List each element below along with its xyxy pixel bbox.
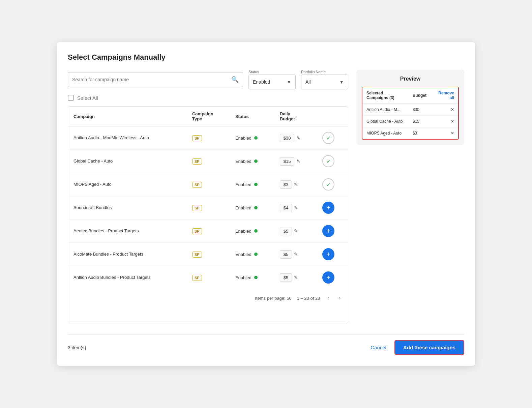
- campaign-type: SP: [187, 150, 230, 173]
- type-badge: SP: [192, 135, 202, 141]
- campaign-action[interactable]: ✓: [317, 173, 348, 196]
- campaign-budget: $3 ✎: [274, 173, 317, 196]
- filters-row: 🔍 Status Enabled ▼ Portfolio Name All ▼: [68, 70, 348, 89]
- status-text: Enabled: [235, 159, 252, 164]
- preview-table: Selected Campaigns (3) Budget Remove all…: [362, 87, 458, 139]
- preview-table-wrapper: Selected Campaigns (3) Budget Remove all…: [362, 87, 459, 140]
- portfolio-filter-arrow: ▼: [339, 79, 344, 85]
- remove-campaign-button[interactable]: ✕: [431, 127, 458, 139]
- remove-all-button[interactable]: Remove all: [431, 87, 458, 104]
- status-dot: [254, 183, 258, 186]
- status-filter-dropdown[interactable]: Enabled ▼: [248, 75, 296, 89]
- status-text: Enabled: [235, 205, 252, 210]
- status-dot: [254, 136, 258, 140]
- cancel-button[interactable]: Cancel: [371, 345, 386, 350]
- remove-campaign-button[interactable]: ✕: [431, 116, 458, 127]
- preview-budget: $15: [409, 116, 431, 127]
- campaign-status: Enabled: [230, 243, 274, 266]
- next-page-button[interactable]: ›: [337, 294, 343, 302]
- add-campaign-button[interactable]: +: [322, 248, 334, 260]
- table-row: AlcoMate Bundles - Product Targets SP En…: [68, 243, 348, 266]
- deselect-campaign-button[interactable]: ✓: [322, 132, 334, 144]
- portfolio-filter-value: All: [305, 79, 311, 85]
- table-row: Aeotec Bundles - Product Targets SP Enab…: [68, 220, 348, 243]
- portfolio-filter-dropdown[interactable]: All ▼: [301, 75, 348, 89]
- campaign-type: SP: [187, 266, 230, 289]
- remove-campaign-button[interactable]: ✕: [431, 104, 458, 116]
- main-content: 🔍 Status Enabled ▼ Portfolio Name All ▼: [68, 70, 464, 323]
- deselect-campaign-button[interactable]: ✓: [322, 155, 334, 167]
- campaign-type: SP: [187, 196, 230, 220]
- table-row: Antlion Audio Bundles - Product Targets …: [68, 266, 348, 289]
- campaign-status: Enabled: [230, 150, 274, 173]
- campaign-action[interactable]: +: [317, 243, 348, 266]
- items-per-page: Items per page: 50: [255, 296, 291, 301]
- campaign-status: Enabled: [230, 196, 274, 220]
- deselect-campaign-button[interactable]: ✓: [322, 178, 334, 191]
- type-badge: SP: [192, 182, 202, 188]
- items-count: 3 item(s): [68, 345, 86, 350]
- campaign-status: Enabled: [230, 220, 274, 243]
- campaign-type: SP: [187, 243, 230, 266]
- budget-value: $30: [280, 134, 295, 142]
- preview-box: Preview Selected Campaigns (3) Budget Re…: [356, 70, 464, 145]
- status-dot: [254, 253, 258, 256]
- budget-value: $15: [280, 157, 295, 166]
- add-campaign-button[interactable]: +: [322, 271, 334, 284]
- preview-col-selected: Selected Campaigns (3): [362, 87, 409, 104]
- portfolio-filter-label: Portfolio Name: [301, 70, 348, 74]
- search-input[interactable]: [72, 77, 231, 82]
- table-row: Antlion Audio - ModMic Wireless - Auto S…: [68, 126, 348, 150]
- table-row: Soundcraft Bundles SP Enabled $4 ✎ +: [68, 196, 348, 220]
- campaign-action[interactable]: +: [317, 196, 348, 220]
- add-campaigns-button[interactable]: Add these campaigns: [394, 340, 464, 355]
- type-badge: SP: [192, 275, 202, 281]
- preview-col-budget: Budget: [409, 87, 431, 104]
- table-row: Global Cache - Auto SP Enabled $15 ✎ ✓: [68, 150, 348, 173]
- campaign-action[interactable]: +: [317, 266, 348, 289]
- page-range: 1 – 23 of 23: [297, 296, 320, 301]
- status-filter-label: Status: [248, 70, 296, 74]
- type-badge: SP: [192, 205, 202, 211]
- status-dot: [254, 206, 258, 209]
- campaign-action[interactable]: ✓: [317, 150, 348, 173]
- campaign-budget: $4 ✎: [274, 196, 317, 220]
- campaign-budget: $15 ✎: [274, 150, 317, 173]
- budget-value: $4: [280, 204, 292, 212]
- table-row: MIOPS Aged - Auto SP Enabled $3 ✎ ✓: [68, 173, 348, 196]
- campaign-name: Global Cache - Auto: [68, 150, 187, 173]
- preview-campaign-name: Global Cache - Auto: [362, 116, 409, 127]
- edit-budget-icon[interactable]: ✎: [294, 205, 298, 210]
- campaign-status: Enabled: [230, 126, 274, 150]
- edit-budget-icon[interactable]: ✎: [296, 135, 300, 141]
- add-campaign-button[interactable]: +: [322, 225, 334, 237]
- type-badge: SP: [192, 228, 202, 234]
- add-campaign-button[interactable]: +: [322, 202, 334, 214]
- col-type: CampaignType: [187, 107, 230, 126]
- edit-budget-icon[interactable]: ✎: [294, 275, 298, 280]
- status-text: Enabled: [235, 275, 252, 280]
- status-dot: [254, 276, 258, 279]
- edit-budget-icon[interactable]: ✎: [296, 158, 300, 164]
- prev-page-button[interactable]: ‹: [325, 294, 331, 302]
- right-panel: Preview Selected Campaigns (3) Budget Re…: [356, 70, 464, 323]
- edit-budget-icon[interactable]: ✎: [294, 228, 298, 234]
- select-all-checkbox[interactable]: [68, 95, 74, 101]
- preview-budget: $3: [409, 127, 431, 139]
- campaign-action[interactable]: +: [317, 220, 348, 243]
- edit-budget-icon[interactable]: ✎: [294, 252, 298, 257]
- type-badge: SP: [192, 158, 202, 165]
- campaign-name: MIOPS Aged - Auto: [68, 173, 187, 196]
- col-status: Status: [230, 107, 274, 126]
- campaign-status: Enabled: [230, 266, 274, 289]
- footer-actions: Cancel Add these campaigns: [371, 340, 464, 355]
- select-all-label: Select All: [77, 95, 98, 101]
- campaign-budget: $30 ✎: [274, 126, 317, 150]
- preview-row: MIOPS Aged - Auto $3 ✕: [362, 127, 458, 139]
- select-all-row: Select All: [68, 95, 348, 101]
- edit-budget-icon[interactable]: ✎: [294, 182, 298, 187]
- budget-value: $5: [280, 227, 292, 235]
- search-box[interactable]: 🔍: [68, 72, 243, 87]
- campaign-action[interactable]: ✓: [317, 126, 348, 150]
- campaign-name: Aeotec Bundles - Product Targets: [68, 220, 187, 243]
